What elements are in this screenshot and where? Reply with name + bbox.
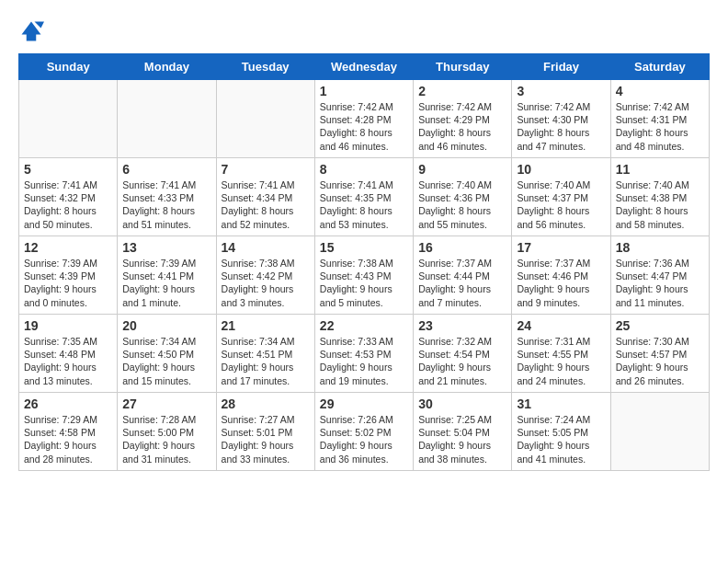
day-info: Sunrise: 7:36 AM Sunset: 4:47 PM Dayligh… <box>616 257 704 309</box>
day-info: Sunrise: 7:40 AM Sunset: 4:36 PM Dayligh… <box>418 178 506 231</box>
page-header <box>18 18 710 44</box>
day-number: 27 <box>122 396 210 411</box>
day-cell: 30Sunrise: 7:25 AM Sunset: 5:04 PM Dayli… <box>414 393 512 471</box>
day-cell: 11Sunrise: 7:40 AM Sunset: 4:38 PM Dayli… <box>610 158 709 236</box>
day-cell: 26Sunrise: 7:29 AM Sunset: 4:58 PM Dayli… <box>19 393 118 471</box>
day-number: 10 <box>517 162 605 177</box>
day-info: Sunrise: 7:29 AM Sunset: 4:58 PM Dayligh… <box>24 413 112 465</box>
day-info: Sunrise: 7:34 AM Sunset: 4:50 PM Dayligh… <box>122 335 210 387</box>
day-number: 17 <box>517 240 605 255</box>
day-info: Sunrise: 7:28 AM Sunset: 5:00 PM Dayligh… <box>122 413 210 465</box>
day-info: Sunrise: 7:41 AM Sunset: 4:33 PM Dayligh… <box>122 178 210 231</box>
day-info: Sunrise: 7:38 AM Sunset: 4:43 PM Dayligh… <box>320 257 408 309</box>
day-cell: 4Sunrise: 7:42 AM Sunset: 4:31 PM Daylig… <box>610 80 709 158</box>
day-cell: 29Sunrise: 7:26 AM Sunset: 5:02 PM Dayli… <box>314 393 413 471</box>
header-row: SundayMondayTuesdayWednesdayThursdayFrid… <box>19 54 710 80</box>
day-cell: 8Sunrise: 7:41 AM Sunset: 4:35 PM Daylig… <box>314 158 413 236</box>
day-cell: 28Sunrise: 7:27 AM Sunset: 5:01 PM Dayli… <box>216 393 314 471</box>
day-cell <box>19 80 118 158</box>
day-cell: 24Sunrise: 7:31 AM Sunset: 4:55 PM Dayli… <box>512 315 610 393</box>
day-info: Sunrise: 7:25 AM Sunset: 5:04 PM Dayligh… <box>418 413 506 465</box>
day-cell: 10Sunrise: 7:40 AM Sunset: 4:37 PM Dayli… <box>512 158 610 236</box>
day-cell: 9Sunrise: 7:40 AM Sunset: 4:36 PM Daylig… <box>414 158 512 236</box>
svg-marker-2 <box>35 22 45 29</box>
day-number: 21 <box>222 318 310 333</box>
day-cell: 16Sunrise: 7:37 AM Sunset: 4:44 PM Dayli… <box>414 236 512 315</box>
day-info: Sunrise: 7:41 AM Sunset: 4:35 PM Dayligh… <box>320 178 408 231</box>
day-cell: 31Sunrise: 7:24 AM Sunset: 5:05 PM Dayli… <box>512 393 610 471</box>
day-number: 25 <box>616 318 704 333</box>
week-row-2: 12Sunrise: 7:39 AM Sunset: 4:39 PM Dayli… <box>19 236 710 315</box>
day-info: Sunrise: 7:41 AM Sunset: 4:34 PM Dayligh… <box>222 178 310 231</box>
day-cell: 25Sunrise: 7:30 AM Sunset: 4:57 PM Dayli… <box>610 315 709 393</box>
week-row-0: 1Sunrise: 7:42 AM Sunset: 4:28 PM Daylig… <box>19 80 710 158</box>
day-number: 7 <box>222 162 310 177</box>
logo <box>18 18 48 44</box>
day-number: 4 <box>616 84 704 98</box>
header-cell-sunday: Sunday <box>19 54 118 80</box>
day-number: 16 <box>418 240 506 255</box>
day-number: 26 <box>24 396 112 411</box>
day-info: Sunrise: 7:30 AM Sunset: 4:57 PM Dayligh… <box>616 335 704 387</box>
day-cell: 18Sunrise: 7:36 AM Sunset: 4:47 PM Dayli… <box>610 236 709 315</box>
day-number: 19 <box>24 318 112 333</box>
day-cell: 19Sunrise: 7:35 AM Sunset: 4:48 PM Dayli… <box>19 315 118 393</box>
header-cell-monday: Monday <box>118 54 216 80</box>
day-info: Sunrise: 7:42 AM Sunset: 4:30 PM Dayligh… <box>517 100 605 153</box>
day-cell: 21Sunrise: 7:34 AM Sunset: 4:51 PM Dayli… <box>216 315 314 393</box>
header-cell-saturday: Saturday <box>610 54 709 80</box>
day-number: 9 <box>418 162 506 177</box>
day-info: Sunrise: 7:24 AM Sunset: 5:05 PM Dayligh… <box>517 413 605 465</box>
day-number: 31 <box>517 396 605 411</box>
day-number: 8 <box>320 162 408 177</box>
day-info: Sunrise: 7:31 AM Sunset: 4:55 PM Dayligh… <box>517 335 605 387</box>
day-cell: 15Sunrise: 7:38 AM Sunset: 4:43 PM Dayli… <box>314 236 413 315</box>
day-info: Sunrise: 7:32 AM Sunset: 4:54 PM Dayligh… <box>418 335 506 387</box>
day-cell: 1Sunrise: 7:42 AM Sunset: 4:28 PM Daylig… <box>314 80 413 158</box>
day-number: 12 <box>24 240 112 255</box>
day-number: 6 <box>122 162 210 177</box>
day-info: Sunrise: 7:27 AM Sunset: 5:01 PM Dayligh… <box>222 413 310 465</box>
header-cell-tuesday: Tuesday <box>216 54 314 80</box>
day-number: 2 <box>418 84 506 98</box>
day-info: Sunrise: 7:35 AM Sunset: 4:48 PM Dayligh… <box>24 335 112 387</box>
day-number: 11 <box>616 162 704 177</box>
day-number: 13 <box>122 240 210 255</box>
calendar-header: SundayMondayTuesdayWednesdayThursdayFrid… <box>19 54 710 80</box>
day-cell: 23Sunrise: 7:32 AM Sunset: 4:54 PM Dayli… <box>414 315 512 393</box>
day-number: 3 <box>517 84 605 98</box>
day-cell: 5Sunrise: 7:41 AM Sunset: 4:32 PM Daylig… <box>19 158 118 236</box>
day-info: Sunrise: 7:33 AM Sunset: 4:53 PM Dayligh… <box>320 335 408 387</box>
day-info: Sunrise: 7:26 AM Sunset: 5:02 PM Dayligh… <box>320 413 408 465</box>
day-info: Sunrise: 7:42 AM Sunset: 4:29 PM Dayligh… <box>418 100 506 153</box>
day-info: Sunrise: 7:40 AM Sunset: 4:38 PM Dayligh… <box>616 178 704 231</box>
day-cell: 3Sunrise: 7:42 AM Sunset: 4:30 PM Daylig… <box>512 80 610 158</box>
day-number: 18 <box>616 240 704 255</box>
day-cell: 6Sunrise: 7:41 AM Sunset: 4:33 PM Daylig… <box>118 158 216 236</box>
day-info: Sunrise: 7:37 AM Sunset: 4:44 PM Dayligh… <box>418 257 506 309</box>
day-info: Sunrise: 7:37 AM Sunset: 4:46 PM Dayligh… <box>517 257 605 309</box>
day-info: Sunrise: 7:42 AM Sunset: 4:28 PM Dayligh… <box>320 100 408 153</box>
day-cell: 14Sunrise: 7:38 AM Sunset: 4:42 PM Dayli… <box>216 236 314 315</box>
day-cell <box>610 393 709 471</box>
day-number: 30 <box>418 396 506 411</box>
day-info: Sunrise: 7:40 AM Sunset: 4:37 PM Dayligh… <box>517 178 605 231</box>
week-row-4: 26Sunrise: 7:29 AM Sunset: 4:58 PM Dayli… <box>19 393 710 471</box>
day-cell: 7Sunrise: 7:41 AM Sunset: 4:34 PM Daylig… <box>216 158 314 236</box>
day-number: 23 <box>418 318 506 333</box>
day-cell: 12Sunrise: 7:39 AM Sunset: 4:39 PM Dayli… <box>19 236 118 315</box>
day-cell: 13Sunrise: 7:39 AM Sunset: 4:41 PM Dayli… <box>118 236 216 315</box>
calendar-table: SundayMondayTuesdayWednesdayThursdayFrid… <box>18 53 710 471</box>
day-cell <box>118 80 216 158</box>
header-cell-wednesday: Wednesday <box>314 54 413 80</box>
day-number: 5 <box>24 162 112 177</box>
day-info: Sunrise: 7:42 AM Sunset: 4:31 PM Dayligh… <box>616 100 704 153</box>
day-cell <box>216 80 314 158</box>
header-cell-thursday: Thursday <box>414 54 512 80</box>
day-number: 20 <box>122 318 210 333</box>
logo-icon <box>18 18 44 44</box>
day-number: 22 <box>320 318 408 333</box>
day-number: 1 <box>320 84 408 98</box>
day-cell: 27Sunrise: 7:28 AM Sunset: 5:00 PM Dayli… <box>118 393 216 471</box>
header-cell-friday: Friday <box>512 54 610 80</box>
